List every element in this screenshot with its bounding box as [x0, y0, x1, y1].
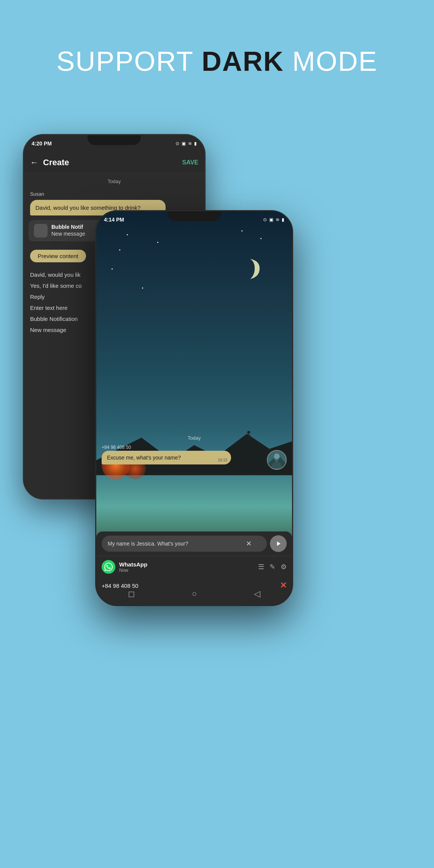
wifi-icon: ≋: [188, 141, 192, 146]
status-icons-front: ⊙ ▣ ≋ ▮: [263, 217, 284, 222]
whatsapp-row: WhatsApp Now ☰ ✎ ⚙: [102, 560, 287, 574]
back-arrow-icon[interactable]: ←: [30, 158, 38, 168]
wifi-icon-front: ≋: [276, 217, 279, 222]
nav-back-icon[interactable]: ◻: [128, 589, 135, 599]
svg-point-7: [274, 453, 280, 459]
wa-time: Now: [119, 568, 254, 573]
avatar-bubble: [267, 450, 287, 470]
time-back: 4:20 PM: [32, 140, 52, 147]
star-5: [112, 268, 113, 270]
chat-sender-back: Susan: [24, 190, 204, 198]
vibrate-icon-front: ⊙: [263, 217, 267, 222]
phone-front: 4:14 PM ⊙ ▣ ≋ ▮ Today +84 98 408 50 Excu…: [95, 210, 293, 606]
front-chat-bubble: Excuse me, what's your name? 16:13: [102, 451, 231, 464]
status-icons-back: ⊙ ▣ ≋ ▮: [176, 141, 197, 146]
title-end: MODE: [284, 46, 378, 77]
title-bold: DARK: [202, 46, 284, 77]
send-button[interactable]: [270, 535, 287, 552]
star-4: [119, 249, 120, 251]
star-1: [127, 234, 128, 235]
avatar-inner: [268, 451, 286, 469]
front-sender-name: +84 98 408 50: [102, 444, 287, 451]
phone-front-notch: [168, 211, 221, 221]
battery-icon-front: ▮: [282, 217, 284, 222]
star-3: [241, 230, 243, 231]
clear-icon[interactable]: ✕: [246, 539, 252, 548]
app-header-back: ← Create SAVE: [24, 152, 204, 173]
header-left: ← Create: [30, 158, 69, 168]
battery-icon: ▮: [194, 141, 197, 146]
phone-front-nav: ◻ ○ ◁: [96, 586, 292, 602]
nav-recents-icon[interactable]: ◁: [254, 589, 260, 599]
whatsapp-panel: WhatsApp Now ☰ ✎ ⚙: [96, 556, 292, 578]
input-text: My name is Jessica. What's your?: [108, 541, 188, 547]
wa-actions: ☰ ✎ ⚙: [258, 563, 287, 571]
nav-home-icon[interactable]: ○: [192, 589, 197, 599]
chat-date-back: Today: [24, 173, 204, 190]
title-normal: SUPPORT: [56, 46, 201, 77]
input-field[interactable]: My name is Jessica. What's your? ✕: [102, 536, 267, 552]
vibrate-icon: ⊙: [176, 141, 179, 146]
notif-title: Bubble Notif: [51, 224, 83, 230]
bubble-text: Excuse me, what's your name?: [107, 455, 181, 461]
star-2: [157, 242, 158, 243]
messages-icon[interactable]: ☰: [258, 563, 264, 571]
time-front: 4:14 PM: [104, 217, 124, 223]
page-title: SUPPORT DARK MODE: [8, 23, 426, 92]
front-date-label: Today: [102, 432, 287, 444]
phone-back-notch: [88, 135, 141, 145]
notif-icon: [34, 224, 48, 238]
input-bar: My name is Jessica. What's your? ✕: [96, 531, 292, 556]
front-chat-area: Today +84 98 408 50 Excuse me, what's yo…: [96, 428, 292, 470]
sim-icon: ▣: [182, 141, 186, 146]
star-7: [142, 287, 143, 289]
moon: [239, 257, 262, 280]
sim-icon-front: ▣: [269, 217, 273, 222]
wa-name: WhatsApp: [119, 561, 254, 568]
preview-btn-label: Preview content: [30, 250, 86, 262]
settings-icon[interactable]: ⚙: [281, 563, 287, 571]
wa-info: WhatsApp Now: [119, 561, 254, 573]
bubble-time: 16:13: [218, 458, 227, 462]
edit-icon[interactable]: ✎: [270, 563, 275, 571]
create-title: Create: [43, 158, 69, 168]
phones-container: 4:20 PM ⊙ ▣ ≋ ▮ ← Create SAVE Today Susa…: [0, 104, 434, 846]
page-header: SUPPORT DARK MODE: [0, 0, 434, 104]
whatsapp-icon: [102, 560, 115, 574]
save-button[interactable]: SAVE: [182, 159, 198, 166]
star-6: [260, 238, 262, 239]
